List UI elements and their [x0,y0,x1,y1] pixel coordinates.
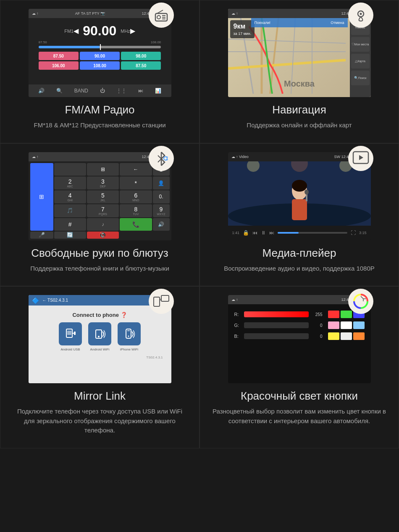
video-next-icon[interactable]: ⏭ [269,230,274,236]
phone-sync-icon[interactable]: 🔄 [54,232,86,238]
mirror-desc: Подключите телефон через точку доступа U… [13,407,186,435]
phone-key-hash[interactable]: # [54,218,86,231]
cell-bluetooth: ☁ ↑ 12:42 AM ☀ 🔋 ⊞ ⊞ ← 1 2ABC 3DEF * [0,143,200,287]
phone-hangup-btn[interactable]: 📵 [87,232,119,238]
phone-music-icon[interactable]: 🎵 [54,204,86,217]
phone-mic-icon[interactable]: 🎤 [30,232,53,238]
color-r-bar[interactable] [244,311,309,317]
video-play-icon[interactable]: ⏸ [261,230,266,236]
swatch-yellow[interactable] [328,332,339,340]
phone-key-9[interactable]: 9WXYZ [153,204,170,217]
preset-1[interactable]: 87.50 [39,52,79,60]
media-screen-wrapper: ☁ ↑ Video SW 12:42 AM ☀ 🔋 [213,152,386,240]
nav-icon-svg [353,8,368,23]
svg-point-37 [128,335,129,337]
android-wifi-icon [88,322,111,345]
radio-range-left: 87.50 [39,40,47,44]
phone-key-blank [54,163,86,176]
video-time-end: 3:15 [359,231,367,235]
phone-note-icon[interactable]: ♪ [87,218,119,231]
preset-6[interactable]: 87.50 [121,61,161,70]
swatch-orange[interactable] [353,332,365,340]
svg-point-1 [157,16,160,19]
cell-color: ☁ ↑ 12:42 AM ☀ 🔋 R: 255 [200,286,399,448]
svg-rect-32 [74,332,76,335]
bt-desc: Поддержка телефонной книги и блютуз-музы… [30,264,169,274]
phone-key-7[interactable]: 7PQRS [87,204,119,217]
mirror-android-wifi[interactable]: Android WiFi [88,322,111,351]
swatch-pink[interactable] [328,321,339,329]
phone-key-2[interactable]: 2ABC [54,176,86,190]
swatch-red[interactable] [328,311,339,318]
phone-key-4[interactable]: 4GHI [54,190,86,203]
svg-marker-28 [359,155,363,160]
bt-badge-icon [149,146,174,171]
svg-rect-39 [161,295,169,301]
mirror-android-usb[interactable]: Android USB [59,322,82,351]
nav-search-label: Поиск [358,76,366,79]
nav-dest: Поехали! [255,21,270,25]
mirror-content: Connect to phone ❓ [29,306,171,383]
mirror-iphone-wifi[interactable]: iPhone WiFi [118,322,141,351]
preset-3[interactable]: 98.00 [121,52,161,60]
nav-badge-icon [348,3,373,28]
video-fullscreen-icon[interactable]: ⛶ [351,230,356,236]
radio-freq: 90.00 [83,23,116,39]
color-r-value: 255 [312,312,323,317]
radio-unit: MHz [121,29,130,34]
phone-keypad-grid: ⊞ ⊞ ← 1 2ABC 3DEF * 👤 4GHI 5JKL 6MNO [29,161,171,240]
svg-point-34 [98,336,100,337]
phone-contacts-icon[interactable]: 👤 [153,176,170,190]
nav-time: за 17 мин. [234,31,252,37]
swatch-green[interactable] [341,311,352,318]
video-controls: 1:41 🔒 ⏮ ⏸ ⏭ ⛶ 3:15 [228,226,371,240]
android-usb-icon [59,322,82,345]
nav-screen: ☁ ↑ 12:42 AM ☀ 🔋 [228,9,371,97]
mirror-icons-row: Android USB [59,322,141,351]
svg-point-16 [164,157,167,160]
svg-line-9 [270,18,278,94]
iphone-wifi-label: iPhone WiFi [120,348,138,351]
video-progress-bar[interactable] [278,232,347,234]
color-b-bar[interactable] [244,333,309,339]
color-title: Красочный свет кнопки [241,390,358,403]
cell-radio: ☁ ↑ AF TA ST PTY 📷 12:42 AM ☀ 🔋 FM1 ◀ 90… [0,0,200,143]
color-g-label: G: [234,323,241,328]
phone-key-5[interactable]: 5JKL [87,190,119,203]
iphone-wifi-svg [123,327,136,341]
preset-5[interactable]: 108.00 [80,61,120,70]
preset-4[interactable]: 106.00 [39,61,79,70]
phone-key-link: ⊞ [87,163,119,176]
color-main: R: 255 [228,304,371,383]
phone-key-star[interactable]: * [120,176,152,190]
nav-map-btn[interactable]: △Карта [351,54,370,68]
svg-point-24 [292,180,307,192]
nav-city: Москва [284,79,315,89]
nav-cancel: Отмена [331,21,344,25]
nav-km: 9км [234,22,252,31]
phone-key-8[interactable]: 8TUV [120,204,152,217]
phone-key-6[interactable]: 6MNO [120,190,152,203]
phone-call-btn[interactable]: 📞 [120,218,152,231]
media-badge-icon [348,146,373,171]
video-prev-icon[interactable]: ⏮ [252,230,257,236]
phone-key-3[interactable]: 3DEF [87,176,119,190]
phone-key-0dot[interactable]: 0. [153,190,170,203]
nav-myplaces-btn[interactable]: ♡Мои места [351,37,370,52]
radio-icon-svg [154,8,169,23]
phone-vol-icon[interactable]: 🔊 [153,218,170,231]
video-progress-fill [278,232,299,234]
mirror-icon-svg [153,294,170,309]
radio-icon-band: BAND [74,88,88,94]
phone-apps-btn[interactable]: ⊞ [30,163,53,231]
swatch-lightblue[interactable] [353,321,365,329]
preset-2[interactable]: 90.00 [80,52,120,60]
nav-search-btn[interactable]: 🔍Поиск [351,71,370,85]
mirror-title: Mirror Link [74,390,126,403]
swatch-lightgray[interactable] [341,332,352,340]
swatch-white[interactable] [341,321,352,329]
color-g-bar[interactable] [244,322,309,328]
mirror-screen-wrapper: 🔷 ← TS02.4.3.1 Connect to phone ❓ [13,295,186,383]
color-g-swatches [328,321,365,329]
bt-screen: ☁ ↑ 12:42 AM ☀ 🔋 ⊞ ⊞ ← 1 2ABC 3DEF * [29,152,171,240]
